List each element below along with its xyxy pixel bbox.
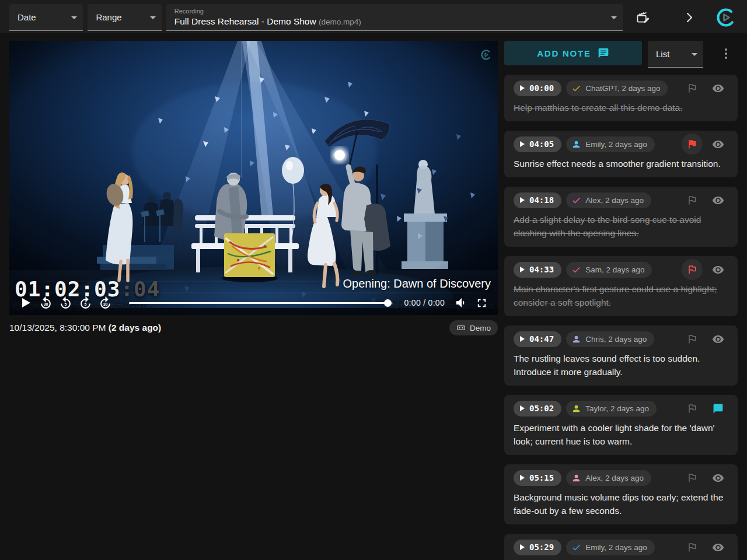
eye-icon bbox=[712, 138, 724, 150]
note-author-chip: Taylor, 2 days ago bbox=[566, 401, 657, 416]
hide-note-button[interactable] bbox=[707, 259, 728, 280]
demo-badge: Demo bbox=[449, 320, 498, 335]
add-note-label: ADD NOTE bbox=[537, 48, 591, 58]
flag-note-button[interactable] bbox=[682, 259, 703, 280]
svg-text:5: 5 bbox=[84, 302, 86, 306]
note-timestamp-chip[interactable]: 00:00 bbox=[514, 80, 561, 96]
hide-note-button[interactable] bbox=[707, 537, 728, 558]
note-timestamp-chip[interactable]: 04:05 bbox=[514, 136, 561, 152]
flag-note-button[interactable] bbox=[682, 467, 703, 488]
person-icon bbox=[571, 473, 581, 483]
flag-outline-icon bbox=[686, 472, 698, 484]
range-filter-select[interactable]: Range bbox=[88, 4, 161, 31]
note-timestamp: 05:29 bbox=[529, 542, 554, 552]
play-icon bbox=[519, 267, 525, 272]
note-author: Alex, 2 days ago bbox=[585, 196, 644, 205]
fullscreen-button[interactable] bbox=[473, 294, 490, 312]
note-replies-button[interactable] bbox=[707, 398, 728, 419]
fullscreen-icon bbox=[475, 296, 488, 310]
note-timestamp: 04:18 bbox=[529, 195, 554, 205]
note-header: 05:29 Emily, 2 days ago bbox=[514, 538, 728, 556]
add-note-button[interactable]: ADD NOTE bbox=[504, 41, 642, 65]
video-player[interactable]: 01:02:03:04 CueCollab Demo Show 2025-10-… bbox=[9, 41, 498, 315]
note-timestamp-chip[interactable]: 04:18 bbox=[514, 192, 561, 208]
recording-title: Full Dress Rehearsal - Demo Show bbox=[174, 16, 316, 26]
flag-note-button[interactable] bbox=[682, 190, 703, 211]
note-card: 04:18 Alex, 2 days ago bbox=[504, 187, 738, 247]
scene-caption: Opening: Dawn of Discovery bbox=[343, 277, 491, 290]
chevron-down-icon bbox=[150, 16, 156, 22]
flag-note-button[interactable] bbox=[682, 398, 703, 419]
note-timestamp-chip[interactable]: 04:47 bbox=[514, 331, 561, 347]
note-timestamp-chip[interactable]: 05:15 bbox=[514, 470, 561, 486]
tape-icon bbox=[456, 323, 466, 332]
person-icon bbox=[571, 334, 581, 344]
edit-recording-button[interactable] bbox=[632, 6, 655, 29]
note-timestamp-chip[interactable]: 04:33 bbox=[514, 262, 561, 278]
more-options-button[interactable] bbox=[714, 42, 738, 65]
note-header: 04:33 Sam, 2 days ago bbox=[514, 261, 728, 278]
note-author-chip: Emily, 2 days ago bbox=[566, 540, 655, 555]
skip-forward-5-button[interactable]: 5 bbox=[76, 294, 94, 312]
stage-scene-frame bbox=[9, 41, 498, 315]
view-mode-value: List bbox=[656, 49, 669, 59]
flag-note-button[interactable] bbox=[682, 328, 703, 349]
note-timestamp: 05:15 bbox=[529, 473, 554, 482]
date-filter-select[interactable]: Date bbox=[9, 4, 83, 31]
player-controls: 30 5 5 30 bbox=[9, 290, 498, 315]
time-display: 0:00 / 0:00 bbox=[404, 298, 445, 307]
play-icon bbox=[519, 475, 525, 481]
eye-icon bbox=[712, 264, 724, 276]
flag-outline-icon bbox=[686, 194, 698, 206]
seek-thumb[interactable] bbox=[384, 299, 392, 307]
clapper-edit-icon bbox=[636, 10, 651, 25]
note-text: Main character's first gesture could use… bbox=[514, 282, 728, 309]
skip-forward-30-button[interactable]: 30 bbox=[96, 294, 114, 312]
note-header: 05:02 Taylor, 2 days ago bbox=[514, 400, 728, 417]
eye-icon bbox=[712, 194, 724, 206]
chevron-down-icon bbox=[692, 53, 697, 59]
check-icon bbox=[571, 195, 581, 205]
svg-text:5: 5 bbox=[64, 302, 67, 306]
flag-note-button[interactable] bbox=[682, 78, 703, 99]
forward-5-icon: 5 bbox=[78, 296, 93, 310]
recording-select[interactable]: Recording Full Dress Rehearsal - Demo Sh… bbox=[166, 4, 623, 31]
collapse-panel-button[interactable] bbox=[678, 6, 700, 29]
note-author: Emily, 2 days ago bbox=[585, 140, 647, 149]
video-meta-row: 10/13/2025, 8:30:00 PM (2 days ago) Demo bbox=[9, 320, 498, 335]
recording-datetime: 10/13/2025, 8:30:00 PM (2 days ago) bbox=[9, 323, 161, 333]
note-timestamp: 05:02 bbox=[529, 404, 554, 413]
note-timestamp-chip[interactable]: 05:02 bbox=[514, 401, 561, 416]
forward-30-icon: 30 bbox=[98, 296, 113, 310]
view-mode-select[interactable]: List bbox=[648, 41, 703, 68]
replay-5-icon: 5 bbox=[58, 296, 73, 310]
note-text: Experiment with a cooler light shade for… bbox=[514, 421, 728, 448]
cuecollab-logo-icon bbox=[715, 7, 736, 28]
flag-note-button[interactable] bbox=[682, 134, 703, 155]
play-button[interactable] bbox=[17, 294, 34, 312]
hide-note-button[interactable] bbox=[707, 190, 728, 211]
note-card: 05:02 Taylor, 2 days ago bbox=[504, 395, 738, 455]
check-icon bbox=[571, 265, 581, 275]
hide-note-button[interactable] bbox=[707, 328, 728, 349]
flag-outline-icon bbox=[686, 402, 698, 414]
note-card: 04:33 Sam, 2 days ago bbox=[504, 256, 738, 316]
volume-button[interactable] bbox=[453, 294, 470, 312]
watermark-logo-icon bbox=[480, 49, 492, 63]
skip-back-5-button[interactable]: 5 bbox=[57, 294, 74, 312]
eye-icon bbox=[712, 541, 724, 554]
flag-filled-icon bbox=[686, 138, 698, 150]
hide-note-button[interactable] bbox=[707, 134, 728, 155]
hide-note-button[interactable] bbox=[707, 467, 728, 488]
note-author-chip: Sam, 2 days ago bbox=[566, 262, 652, 278]
hide-note-button[interactable] bbox=[707, 78, 728, 99]
flag-note-button[interactable] bbox=[682, 537, 703, 558]
skip-back-30-button[interactable]: 30 bbox=[37, 294, 54, 312]
eye-icon bbox=[712, 82, 724, 94]
note-author: Taylor, 2 days ago bbox=[585, 404, 649, 413]
note-timestamp: 04:33 bbox=[529, 265, 554, 274]
note-timestamp-chip[interactable]: 05:29 bbox=[514, 540, 561, 555]
note-author: Emily, 2 days ago bbox=[585, 543, 647, 552]
flag-outline-icon bbox=[686, 82, 698, 94]
seek-bar[interactable] bbox=[129, 299, 393, 307]
